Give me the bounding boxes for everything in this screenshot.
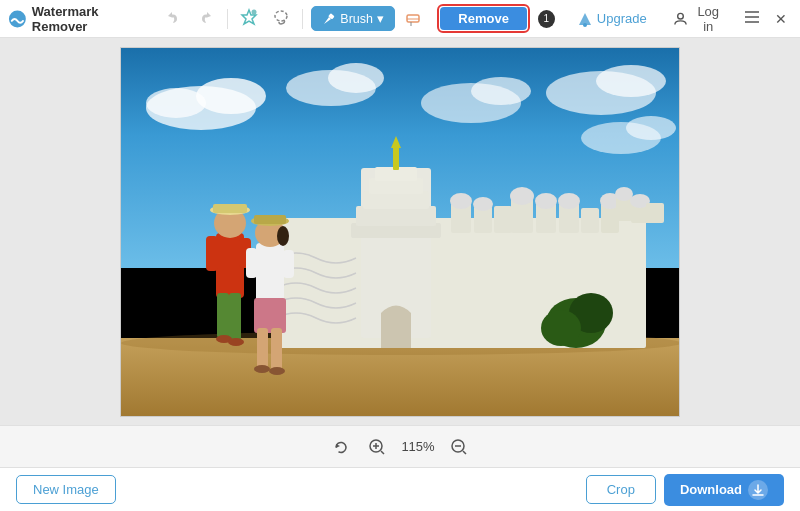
upgrade-label: Upgrade	[597, 11, 647, 26]
footer-bar: New Image Crop Download	[0, 467, 800, 511]
zoom-in-icon	[368, 438, 386, 456]
upgrade-button[interactable]: Upgrade	[567, 7, 657, 31]
svg-point-13	[196, 78, 266, 114]
lasso-button[interactable]	[268, 5, 294, 33]
svg-point-2	[275, 11, 287, 21]
remove-button-wrapper: Remove	[437, 4, 530, 33]
zoom-level: 115%	[401, 439, 434, 454]
canvas-area	[0, 38, 800, 425]
svg-point-36	[535, 193, 557, 209]
svg-rect-76	[246, 248, 257, 278]
svg-rect-67	[254, 298, 286, 333]
svg-line-85	[463, 451, 466, 454]
download-icon	[752, 484, 764, 496]
selection-badge: 1	[538, 10, 555, 28]
redo-button[interactable]	[192, 5, 218, 33]
svg-rect-69	[271, 328, 282, 370]
svg-rect-68	[257, 328, 268, 368]
svg-rect-44	[494, 206, 512, 233]
separator-2	[302, 9, 303, 29]
svg-rect-66	[256, 243, 284, 303]
svg-point-41	[450, 193, 472, 209]
zoom-out-button[interactable]	[447, 435, 471, 459]
svg-rect-57	[217, 293, 229, 338]
brush-button[interactable]: Brush ▾	[311, 6, 395, 31]
svg-point-20	[596, 65, 666, 97]
reset-zoom-button[interactable]	[329, 435, 353, 459]
svg-rect-74	[254, 215, 286, 224]
upgrade-icon	[577, 11, 593, 27]
app-logo: Watermark Remover	[8, 4, 150, 34]
svg-point-16	[328, 63, 384, 93]
svg-point-14	[146, 88, 206, 118]
user-icon	[673, 11, 688, 27]
svg-point-71	[269, 367, 285, 375]
svg-point-6	[583, 23, 587, 27]
undo-button[interactable]	[160, 5, 186, 33]
photo-svg	[121, 48, 680, 417]
svg-point-70	[254, 365, 270, 373]
app-title: Watermark Remover	[32, 4, 150, 34]
brush-icon	[322, 12, 336, 26]
svg-point-7	[677, 13, 683, 19]
svg-rect-77	[283, 250, 294, 278]
download-icon-wrapper	[748, 480, 768, 500]
new-image-button[interactable]: New Image	[16, 475, 116, 504]
zoom-out-icon	[450, 438, 468, 456]
svg-rect-51	[393, 146, 399, 170]
zoom-bar: 115%	[0, 425, 800, 467]
svg-point-75	[277, 226, 289, 246]
svg-marker-78	[336, 444, 340, 448]
svg-rect-32	[646, 203, 664, 223]
download-button[interactable]: Download	[664, 474, 784, 506]
lasso-icon	[272, 8, 290, 30]
svg-point-22	[626, 116, 676, 140]
svg-point-1	[251, 9, 256, 14]
photo-frame[interactable]	[120, 47, 680, 417]
remove-label: Remove	[458, 11, 509, 26]
svg-point-18	[471, 77, 531, 105]
new-image-label: New Image	[33, 482, 99, 497]
brush-label: Brush	[340, 12, 373, 26]
svg-rect-39	[581, 208, 599, 233]
svg-line-82	[381, 451, 384, 454]
title-bar: Watermark Remover	[0, 0, 800, 38]
svg-point-0	[9, 10, 26, 27]
undo-icon	[165, 9, 181, 29]
zoom-in-button[interactable]	[365, 435, 389, 459]
login-label: Log in	[692, 4, 725, 34]
close-icon: ✕	[775, 11, 787, 27]
login-button[interactable]: Log in	[663, 0, 735, 38]
remove-button[interactable]: Remove	[440, 7, 527, 30]
reset-icon	[333, 439, 349, 455]
svg-point-43	[473, 197, 493, 211]
image-container	[120, 47, 680, 417]
svg-point-55	[541, 310, 581, 346]
app-logo-icon	[8, 9, 27, 29]
svg-point-34	[510, 187, 534, 205]
download-label: Download	[680, 482, 742, 497]
menu-icon	[744, 10, 760, 27]
redo-icon	[198, 9, 214, 29]
chevron-down-icon: ▾	[377, 11, 384, 26]
menu-button[interactable]	[741, 7, 764, 31]
smart-select-icon	[240, 8, 258, 30]
svg-rect-58	[229, 293, 241, 341]
svg-rect-63	[213, 204, 247, 213]
close-button[interactable]: ✕	[769, 7, 792, 31]
eraser-icon	[405, 8, 423, 30]
eraser-button[interactable]	[401, 5, 427, 33]
svg-point-60	[228, 338, 244, 346]
smart-select-button[interactable]	[236, 5, 262, 33]
svg-rect-64	[206, 236, 218, 271]
svg-point-38	[558, 193, 580, 209]
svg-point-29	[615, 187, 633, 201]
crop-button[interactable]: Crop	[586, 475, 656, 504]
crop-label: Crop	[607, 482, 635, 497]
separator-1	[227, 9, 228, 29]
